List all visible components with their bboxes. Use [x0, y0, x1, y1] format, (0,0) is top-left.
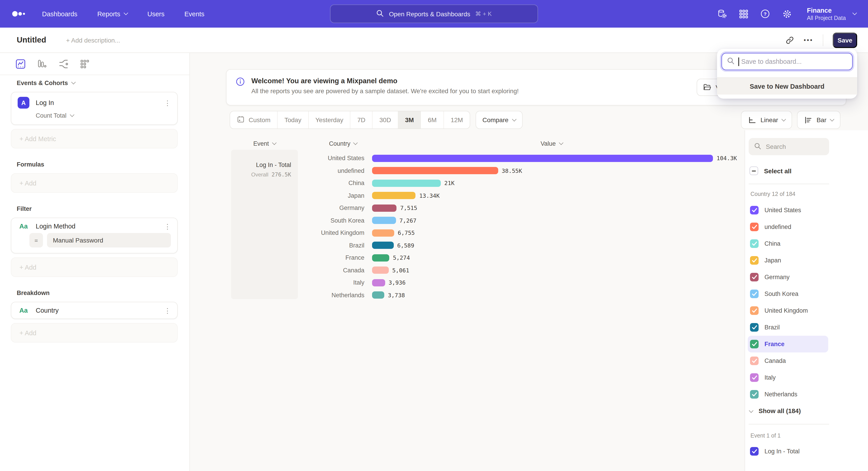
country-checkbox[interactable]	[750, 223, 758, 231]
filter-card[interactable]: Aa Login Method ⋮ = Manual Password	[11, 217, 178, 254]
chart-bar[interactable]	[372, 155, 713, 162]
events-cohorts-header[interactable]: Events & Cohorts	[17, 80, 178, 86]
filter-value-chip[interactable]: Manual Password	[47, 233, 171, 247]
kebab-menu-icon[interactable]: ⋮	[164, 307, 171, 314]
country-filter-row-south-korea[interactable]: South Korea	[748, 286, 828, 302]
chart-category-label: China	[190, 180, 364, 187]
country-checkbox[interactable]	[750, 256, 758, 265]
chart-bar[interactable]	[372, 180, 441, 187]
country-filter-row-france[interactable]: France	[748, 336, 828, 352]
date-range-today[interactable]: Today	[278, 111, 309, 128]
country-label: China	[765, 240, 780, 247]
country-checkbox[interactable]	[750, 306, 758, 315]
date-range-7d[interactable]: 7D	[350, 111, 373, 128]
aggregation-dropdown[interactable]: Count Total	[36, 112, 171, 119]
event-legend-row[interactable]: Log In - Total	[750, 447, 800, 455]
country-filter-row-italy[interactable]: Italy	[748, 369, 828, 386]
country-filter-row-united-states[interactable]: United States	[748, 202, 828, 218]
date-range-12m[interactable]: 12M	[444, 111, 470, 128]
add-filter-button[interactable]: + Add	[11, 258, 178, 277]
show-all-button[interactable]: Show all (184)	[749, 407, 801, 414]
add-description-button[interactable]: + Add description...	[66, 36, 120, 44]
nav-item-reports[interactable]: Reports	[97, 10, 127, 18]
nav-item-users[interactable]: Users	[147, 10, 164, 18]
chart-bar[interactable]	[372, 279, 385, 286]
chart-bar[interactable]	[372, 192, 416, 199]
date-range-custom[interactable]: Custom	[230, 111, 278, 128]
country-label: Netherlands	[765, 391, 798, 398]
country-label: Italy	[765, 374, 776, 381]
chart-bar[interactable]	[372, 267, 389, 274]
country-filter-row-undefined[interactable]: undefined	[748, 218, 828, 235]
country-checkbox[interactable]	[750, 390, 758, 399]
metric-card[interactable]: A Log In ⋮ Count Total	[11, 92, 178, 125]
country-filter-row-japan[interactable]: Japan	[748, 252, 828, 269]
event-checkbox[interactable]	[750, 447, 758, 455]
date-range-yesterday[interactable]: Yesterday	[309, 111, 350, 128]
select-all-row[interactable]: Select all	[749, 167, 792, 175]
country-checkbox[interactable]	[750, 340, 758, 348]
country-checkbox[interactable]	[750, 323, 758, 332]
save-button[interactable]: Save	[833, 32, 857, 48]
compare-button[interactable]: Compare	[475, 111, 522, 129]
country-filter-row-china[interactable]: China	[748, 235, 828, 252]
report-title[interactable]: Untitled	[17, 35, 46, 45]
kebab-menu-icon[interactable]: ⋮	[164, 223, 171, 230]
tab-insights-chart[interactable]	[16, 59, 26, 69]
copy-link-icon[interactable]	[785, 35, 794, 45]
chart-bar[interactable]	[372, 217, 396, 224]
help-icon[interactable]: ?	[761, 9, 770, 19]
country-filter-row-united-kingdom[interactable]: United Kingdom	[748, 302, 828, 319]
tab-bar-chart[interactable]	[37, 59, 47, 69]
workspace-switcher[interactable]: Finance All Project Data	[807, 6, 856, 21]
date-range-3m[interactable]: 3M	[398, 111, 421, 128]
data-management-icon[interactable]	[717, 9, 727, 19]
country-filter-row-germany[interactable]: Germany	[748, 269, 828, 286]
filter-property-name[interactable]: Login Method	[36, 223, 75, 230]
country-checkbox[interactable]	[750, 239, 758, 248]
chart-bar[interactable]	[372, 229, 394, 237]
select-all-checkbox-indeterminate[interactable]	[749, 167, 758, 175]
add-metric-button[interactable]: + Add Metric	[11, 129, 178, 148]
country-filter-row-netherlands[interactable]: Netherlands	[748, 386, 828, 403]
metric-event-name[interactable]: Log In	[36, 99, 54, 106]
mixpanel-logo-icon[interactable]	[12, 10, 26, 17]
breakdown-property-name[interactable]: Country	[36, 307, 59, 314]
country-checkbox[interactable]	[750, 356, 758, 365]
chart-bar[interactable]	[372, 205, 397, 212]
nav-item-dashboards[interactable]: Dashboards	[42, 10, 77, 18]
country-checkbox[interactable]	[750, 206, 758, 214]
column-header-value[interactable]: Value	[540, 140, 562, 147]
chart-bar[interactable]	[372, 242, 394, 249]
global-search-button[interactable]: Open Reports & Dashboards ⌘ + K	[330, 4, 538, 23]
country-checkbox[interactable]	[750, 273, 758, 282]
nav-item-events[interactable]: Events	[184, 10, 205, 18]
column-header-country[interactable]: Country	[329, 140, 357, 147]
tab-flow-chart[interactable]	[58, 59, 69, 69]
chart-bar[interactable]	[372, 167, 498, 174]
date-range-6m[interactable]: 6M	[421, 111, 444, 128]
tab-retention-grid[interactable]	[80, 59, 90, 68]
country-checkbox[interactable]	[750, 290, 758, 298]
add-breakdown-button[interactable]: + Add	[11, 323, 178, 343]
country-filter-row-canada[interactable]: Canada	[748, 352, 828, 369]
add-formula-button[interactable]: + Add	[11, 173, 178, 193]
legend-search-input[interactable]: Search	[749, 138, 829, 155]
settings-gear-icon[interactable]	[782, 9, 792, 19]
filter-operator-chip[interactable]: =	[29, 233, 43, 247]
chart-bar[interactable]	[372, 292, 384, 299]
scale-mode-dropdown[interactable]: Linear	[741, 111, 792, 129]
country-filter-row-brazil[interactable]: Brazil	[748, 319, 828, 336]
country-checkbox[interactable]	[750, 373, 758, 382]
breakdown-card[interactable]: Aa Country ⋮	[11, 302, 178, 319]
save-to-new-dashboard-button[interactable]: Save to New Dashboard	[717, 77, 857, 94]
apps-grid-icon[interactable]	[739, 9, 748, 18]
country-label: Brazil	[765, 324, 780, 331]
date-range-30d[interactable]: 30D	[373, 111, 398, 128]
more-options-button[interactable]: •••	[804, 37, 813, 43]
column-header-event[interactable]: Event	[253, 140, 276, 147]
chart-bar[interactable]	[372, 254, 389, 262]
save-dashboard-search-input[interactable]: Save to dashboard...	[721, 53, 852, 70]
kebab-menu-icon[interactable]: ⋮	[164, 99, 171, 106]
chart-type-dropdown[interactable]: Bar	[797, 111, 840, 129]
